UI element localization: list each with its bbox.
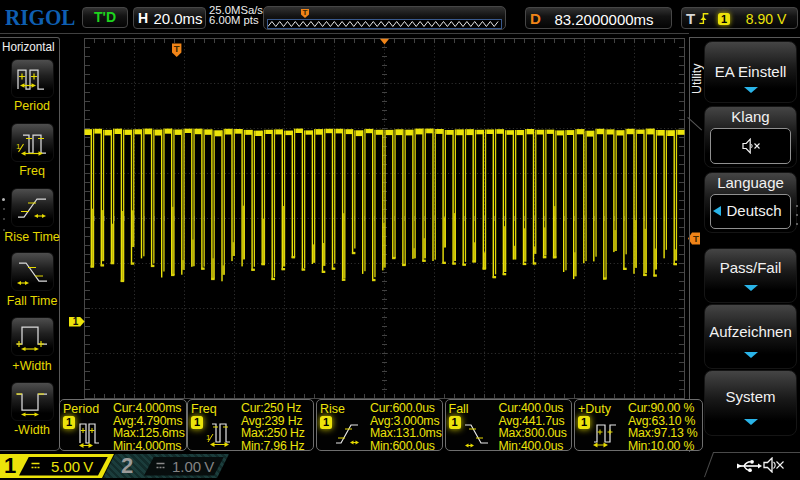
svg-text:T: T [693,233,699,244]
svg-text:T: T [174,43,180,54]
svg-text:1: 1 [73,316,79,327]
